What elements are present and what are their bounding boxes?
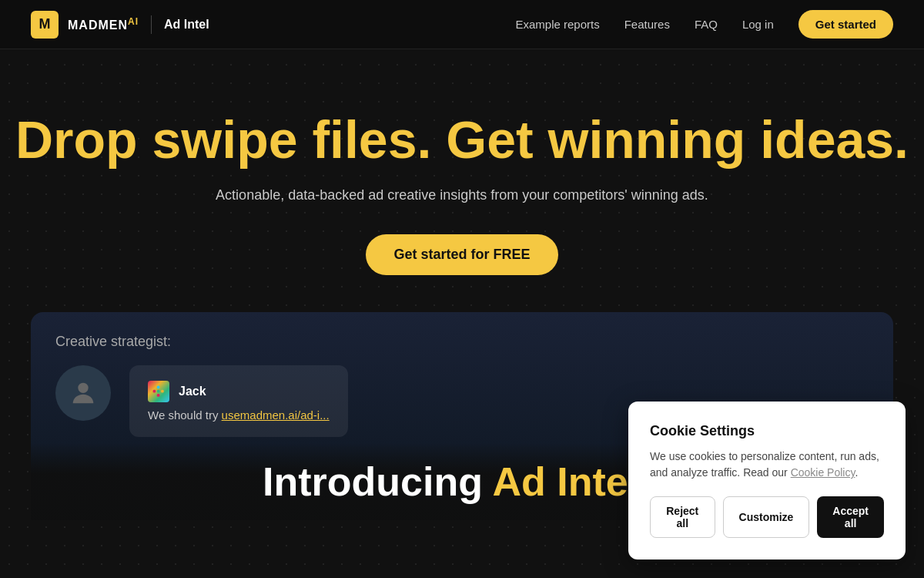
- svg-rect-1: [153, 390, 156, 393]
- nav-link-faq[interactable]: FAQ: [695, 18, 718, 31]
- hero-section: Drop swipe files. Get winning ideas. Act…: [0, 49, 924, 275]
- slack-icon: [148, 381, 169, 402]
- nav-link-example-reports[interactable]: Example reports: [515, 18, 599, 31]
- svg-rect-2: [157, 385, 160, 388]
- message-card: Jack We should try usemadmen.ai/ad-i...: [129, 365, 348, 437]
- cookie-policy-link[interactable]: Cookie Policy: [791, 466, 855, 479]
- person-icon: [68, 378, 99, 408]
- nav-divider: [151, 15, 152, 34]
- nav-product: Ad Intel: [164, 18, 209, 32]
- logo-mark: M: [31, 11, 59, 39]
- avatar: [55, 365, 111, 421]
- hero-title: Drop swipe files. Get winning ideas.: [0, 111, 924, 169]
- navigation: M MADMENAI Ad Intel Example reports Feat…: [0, 0, 924, 49]
- svg-rect-5: [157, 394, 160, 397]
- brand-name: MADMENAI: [68, 16, 139, 32]
- cookie-buttons: Reject all Customize Accept all: [650, 496, 884, 538]
- hero-cta-button[interactable]: Get started for FREE: [366, 234, 557, 275]
- accept-all-button[interactable]: Accept all: [817, 496, 884, 538]
- demo-label: Creative strategist:: [55, 334, 869, 350]
- nav-links: Example reports Features FAQ Log in Get …: [515, 10, 893, 39]
- nav-link-login[interactable]: Log in: [742, 18, 774, 31]
- reject-all-button[interactable]: Reject all: [650, 496, 715, 538]
- nav-link-features[interactable]: Features: [624, 18, 670, 31]
- hero-subtitle: Actionable, data-backed ad creative insi…: [0, 187, 924, 203]
- svg-rect-3: [157, 390, 160, 393]
- svg-point-0: [78, 382, 88, 392]
- message-text: We should try usemadmen.ai/ad-i...: [148, 408, 330, 422]
- introducing-text: Introducing Ad Inte...: [263, 459, 661, 504]
- nav-get-started-button[interactable]: Get started: [798, 10, 893, 39]
- logo-letter: M: [39, 16, 51, 32]
- nav-left: M MADMENAI Ad Intel: [31, 11, 209, 39]
- message-sender: Jack: [179, 385, 206, 398]
- customize-button[interactable]: Customize: [723, 496, 810, 538]
- cookie-title: Cookie Settings: [650, 423, 884, 439]
- message-header: Jack: [148, 381, 330, 402]
- svg-rect-4: [161, 390, 164, 393]
- message-link[interactable]: usemadmen.ai/ad-i...: [222, 408, 330, 422]
- cookie-description: We use cookies to personalize content, r…: [650, 449, 884, 481]
- cookie-banner: Cookie Settings We use cookies to person…: [628, 402, 906, 560]
